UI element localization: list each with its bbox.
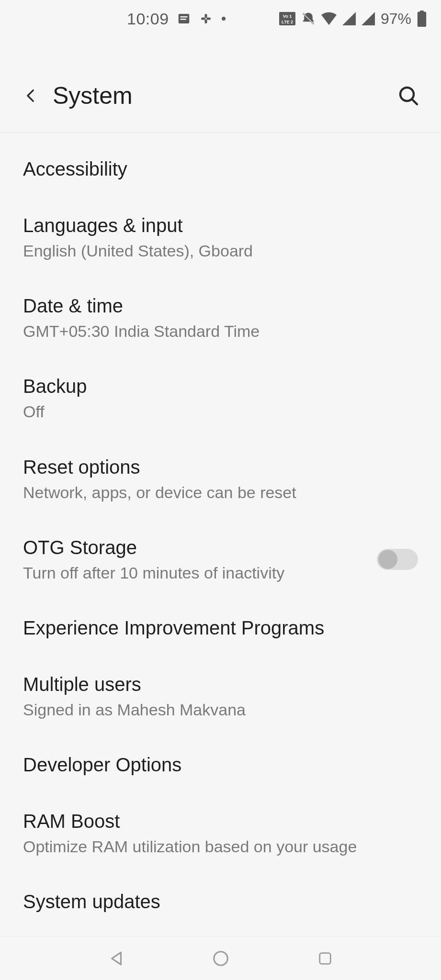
item-system-updates[interactable]: System updates xyxy=(0,873,441,913)
item-title: RAM Boost xyxy=(23,809,418,833)
status-time: 10:09 xyxy=(127,10,169,28)
item-subtitle: Optimize RAM utilization based on your u… xyxy=(23,836,418,857)
toggle-knob xyxy=(378,550,397,569)
nav-back-button[interactable] xyxy=(105,947,128,970)
item-subtitle: Off xyxy=(23,401,418,422)
item-title: Date & time xyxy=(23,294,418,318)
battery-percentage: 97% xyxy=(381,10,411,28)
item-subtitle: English (United States), Gboard xyxy=(23,240,418,261)
svg-rect-3 xyxy=(201,18,205,20)
nav-recents-icon xyxy=(317,950,333,967)
page-title: System xyxy=(53,82,395,110)
item-title: Accessibility xyxy=(23,157,418,181)
item-backup[interactable]: Backup Off xyxy=(0,358,441,438)
svg-point-7 xyxy=(222,17,226,21)
settings-list: Accessibility Languages & input English … xyxy=(0,141,441,913)
back-button[interactable] xyxy=(20,85,42,107)
svg-line-14 xyxy=(412,100,417,104)
status-left: 10:09 xyxy=(127,10,226,28)
nav-recents-button[interactable] xyxy=(314,947,337,970)
svg-point-15 xyxy=(214,951,227,965)
nav-home-icon xyxy=(212,949,230,968)
chevron-left-icon xyxy=(23,86,39,105)
item-subtitle: Network, apps, or device can be reset xyxy=(23,482,418,503)
nav-home-button[interactable] xyxy=(209,947,232,970)
svg-rect-5 xyxy=(204,14,207,18)
svg-rect-12 xyxy=(418,12,426,27)
messages-icon xyxy=(177,11,191,26)
svg-rect-6 xyxy=(204,19,207,23)
search-icon xyxy=(397,84,420,107)
more-notifications-dot-icon xyxy=(221,16,226,22)
svg-text:Vo 1: Vo 1 xyxy=(283,14,292,19)
search-button[interactable] xyxy=(395,82,422,109)
navigation-bar xyxy=(0,936,441,980)
svg-rect-1 xyxy=(180,16,187,18)
item-title: Reset options xyxy=(23,455,418,479)
item-subtitle: GMT+05:30 India Standard Time xyxy=(23,321,418,342)
item-multiple-users[interactable]: Multiple users Signed in as Mahesh Makva… xyxy=(0,656,441,736)
item-title: Languages & input xyxy=(23,213,418,237)
nav-back-icon xyxy=(107,949,125,968)
item-title: OTG Storage xyxy=(23,535,367,559)
otg-storage-toggle[interactable] xyxy=(377,549,418,570)
item-date-time[interactable]: Date & time GMT+05:30 India Standard Tim… xyxy=(0,278,441,358)
signal-1-icon xyxy=(342,12,356,25)
battery-icon xyxy=(417,11,427,27)
item-title: Developer Options xyxy=(23,753,418,777)
item-languages-input[interactable]: Languages & input English (United States… xyxy=(0,197,441,278)
item-reset-options[interactable]: Reset options Network, apps, or device c… xyxy=(0,439,441,519)
signal-2-icon xyxy=(362,12,375,25)
wifi-icon xyxy=(321,12,337,25)
dnd-icon xyxy=(301,11,316,26)
item-ram-boost[interactable]: RAM Boost Optimize RAM utilization based… xyxy=(0,793,441,873)
settings-scroll[interactable]: Accessibility Languages & input English … xyxy=(0,133,441,936)
status-bar: 10:09 Vo 1LTE 2 97% xyxy=(0,0,441,37)
item-experience-improvement[interactable]: Experience Improvement Programs xyxy=(0,600,441,656)
volte-icon: Vo 1LTE 2 xyxy=(279,12,295,25)
item-title: Backup xyxy=(23,374,418,398)
item-subtitle: Signed in as Mahesh Makvana xyxy=(23,699,418,720)
item-title: Multiple users xyxy=(23,672,418,696)
item-developer-options[interactable]: Developer Options xyxy=(0,736,441,793)
svg-rect-2 xyxy=(180,19,186,20)
header-divider xyxy=(0,132,441,133)
status-right: Vo 1LTE 2 97% xyxy=(279,10,427,28)
item-otg-storage[interactable]: OTG Storage Turn off after 10 minutes of… xyxy=(0,519,441,600)
item-accessibility[interactable]: Accessibility xyxy=(0,141,441,197)
item-title: Experience Improvement Programs xyxy=(23,616,418,640)
svg-rect-4 xyxy=(206,18,211,20)
svg-rect-16 xyxy=(319,953,330,964)
item-subtitle: Turn off after 10 minutes of inactivity xyxy=(23,562,367,583)
header: System xyxy=(0,62,441,129)
item-title: System updates xyxy=(23,890,418,913)
svg-text:LTE 2: LTE 2 xyxy=(282,20,293,24)
slack-icon xyxy=(199,11,213,26)
